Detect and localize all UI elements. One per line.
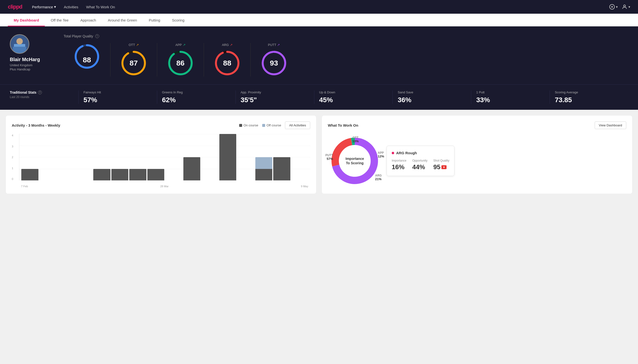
x-label-may: 9 May: [301, 185, 308, 188]
stat-sand-save: Sand Save 36%: [392, 90, 471, 104]
activity-panel-header: Activity - 3 Months - Weekly On course O…: [12, 122, 310, 129]
y-label-2: 2: [12, 156, 13, 159]
quality-circles: 88 OTT ↗ 87: [64, 43, 628, 76]
svg-point-6: [17, 38, 23, 44]
bar-light: [255, 157, 273, 169]
opportunity-metric: Opportunity 44%: [412, 159, 428, 171]
trad-stats-help-icon[interactable]: ?: [38, 90, 42, 94]
bars: [19, 134, 310, 180]
shot-quality-down-badge: ▼: [442, 165, 447, 169]
legend-off-course: Off course: [262, 124, 281, 127]
total-value: 88: [83, 56, 91, 64]
bar-dark: [21, 169, 39, 181]
y-label-1: 1: [12, 167, 13, 170]
nav-links: Performance ▾ Activities What To Work On: [32, 5, 599, 9]
view-dashboard-button[interactable]: View Dashboard: [595, 122, 626, 129]
quality-label: Total Player Quality ?: [64, 34, 628, 38]
donut-label-putt: PUTT 57%: [325, 154, 333, 160]
donut-center: Importance To Scoring: [345, 156, 364, 165]
user-menu-button[interactable]: ▾: [621, 4, 630, 10]
chevron-down-icon: ▾: [54, 5, 56, 9]
bar-dark: [93, 169, 110, 181]
bar-dark: [255, 169, 273, 181]
legend-off-course-dot: [262, 124, 265, 127]
quality-help-icon[interactable]: ?: [95, 34, 99, 38]
tab-scoring[interactable]: Scoring: [166, 14, 190, 26]
y-label-4: 4: [12, 134, 13, 137]
quality-circle-ott: OTT ↗ 87: [110, 43, 157, 76]
add-button[interactable]: ▾: [609, 4, 618, 10]
donut-center-line1: Importance: [345, 156, 364, 161]
bar-dark: [111, 169, 129, 181]
what-to-work-panel: What To Work On View Dashboard: [322, 116, 632, 194]
all-activities-button[interactable]: All Activities: [285, 122, 310, 129]
arg-rough-card: ARG Rough Importance 16% Opportunity 44%: [386, 146, 454, 176]
legend-on-course: On course: [239, 124, 258, 127]
tab-bar: My Dashboard Off the Tee Approach Around…: [0, 14, 638, 26]
arg-rough-dot: [392, 152, 394, 154]
work-panel-header: What To Work On View Dashboard: [328, 122, 626, 129]
arg-rough-metrics: Importance 16% Opportunity 44% Shot Qual…: [392, 159, 449, 171]
player-country: United Kingdom: [10, 63, 33, 67]
bar-dark: [147, 169, 164, 181]
activity-panel: Activity - 3 Months - Weekly On course O…: [6, 116, 316, 194]
bar-group-12: [219, 134, 237, 180]
bar-group-8: [147, 134, 164, 180]
stat-scoring-average: Scoring Average 73.85: [550, 90, 628, 104]
legend-on-course-dot: [239, 124, 242, 127]
arg-rough-title: ARG Rough: [392, 151, 449, 155]
svg-point-3: [623, 5, 625, 7]
app-value: 86: [176, 59, 184, 67]
stats-row: Traditional Stats ? Last 20 rounds Fairw…: [0, 84, 638, 110]
ott-value: 87: [129, 59, 138, 67]
x-label-mar: 28 Mar: [160, 185, 168, 188]
svg-rect-7: [13, 47, 27, 53]
activity-legend: On course Off course: [239, 124, 281, 127]
logo: clippd: [8, 4, 22, 10]
player-name: Blair McHarg: [10, 57, 40, 62]
bar-group-6: [111, 134, 129, 180]
importance-metric: Importance 16%: [392, 159, 406, 171]
work-inner: Importance To Scoring OTT 10% APP 12% AR…: [328, 134, 626, 188]
arrow-up-icon: ↗: [136, 43, 139, 47]
x-axis: 7 Feb 28 Mar 9 May: [19, 185, 310, 188]
hero-section: Blair McHarg United Kingdom Plus Handica…: [0, 26, 638, 84]
tab-putting[interactable]: Putting: [143, 14, 166, 26]
donut-label-arg: ARG 21%: [375, 174, 382, 181]
bar-group-7: [129, 134, 146, 180]
chevron-down-icon: ▾: [628, 5, 630, 9]
trad-stats-label: Traditional Stats ? Last 20 rounds: [10, 90, 78, 99]
shot-quality-metric: Shot Quality 95 ▼: [433, 159, 449, 171]
player-info: Blair McHarg United Kingdom Plus Handica…: [10, 34, 54, 71]
bar-dark: [129, 169, 146, 181]
quality-section: Total Player Quality ? 88 OTT ↗: [64, 34, 628, 76]
donut-chart: Importance To Scoring OTT 10% APP 12% AR…: [328, 134, 382, 188]
tab-around-the-green[interactable]: Around the Green: [102, 14, 143, 26]
stat-app-proximity: App. Proximity 35'5": [236, 90, 314, 104]
nav-what-to-work-on[interactable]: What To Work On: [86, 5, 115, 9]
nav-right: ▾ ▾: [609, 4, 630, 10]
y-label-0: 0: [12, 178, 13, 180]
tab-off-the-tee[interactable]: Off the Tee: [45, 14, 74, 26]
nav-activities[interactable]: Activities: [64, 5, 78, 9]
bar-group-14: [255, 134, 273, 180]
stat-one-putt: 1 Putt 33%: [471, 90, 550, 104]
donut-label-ott: OTT 10%: [352, 136, 359, 143]
arrow-up-icon: ↗: [230, 43, 233, 47]
bar-group-5: [93, 134, 110, 180]
donut-label-app: APP 12%: [378, 151, 384, 158]
activity-chart: 0 1 2 3 4: [12, 134, 310, 188]
tab-my-dashboard[interactable]: My Dashboard: [8, 14, 45, 26]
arg-value: 88: [223, 59, 231, 67]
tab-approach[interactable]: Approach: [74, 14, 102, 26]
bar-group-15: [273, 134, 290, 180]
nav-performance[interactable]: Performance ▾: [32, 5, 56, 9]
activity-panel-title: Activity - 3 Months - Weekly: [12, 123, 60, 127]
quality-circle-putt: PUTT ↗ 93: [251, 43, 297, 76]
player-handicap: Plus Handicap: [10, 68, 30, 71]
stat-up-down: Up & Down 45%: [314, 90, 393, 104]
quality-circle-total: 88: [64, 43, 110, 76]
donut-center-line2: To Scoring: [345, 161, 364, 165]
bar-dark: [219, 134, 237, 180]
quality-circle-app: APP ↗ 86: [157, 43, 204, 76]
